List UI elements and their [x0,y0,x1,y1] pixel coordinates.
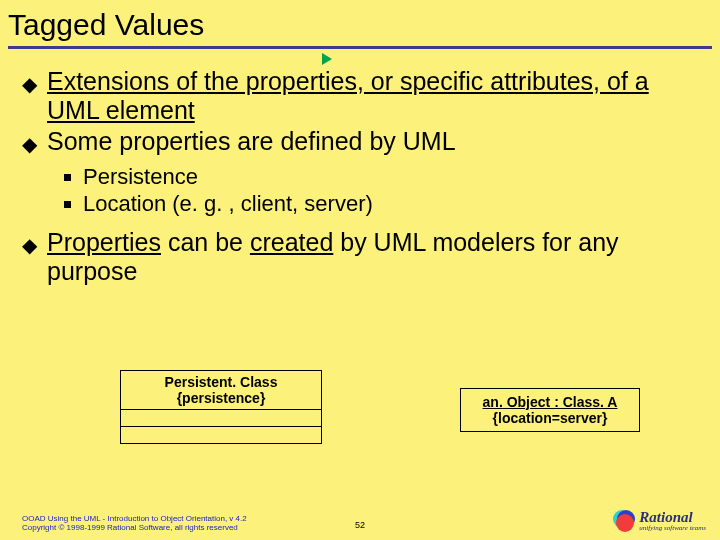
rational-logo: Rational unifying software teams [613,510,706,532]
bullet-3: ◆ Properties can be created by UML model… [22,228,698,286]
rule-arrow-icon [322,53,332,65]
footer-credit: OOAD Using the UML - Introduction to Obj… [22,514,247,532]
uml-class-attrs [121,410,321,427]
bullet-3-mid: can be [161,228,250,256]
square-marker-icon [64,201,71,208]
uml-class-header: Persistent. Class {persistence} [121,371,321,410]
uml-object-tag: {location=server} [463,410,637,426]
bullet-1-text: Extensions of the properties, or specifi… [47,67,698,125]
logo-tagline: unifying software teams [639,525,706,532]
logo-swirl-icon [613,510,635,532]
uml-class-name: Persistent. Class [123,374,319,390]
uml-object-box: an. Object : Class. A {location=server} [460,388,640,432]
page-number: 52 [355,520,365,530]
diagram-area: Persistent. Class {persistence} an. Obje… [0,370,720,480]
logo-name: Rational [639,510,706,525]
uml-class-tag: {persistence} [123,390,319,406]
bullet-3-properties: Properties [47,228,161,256]
logo-text: Rational unifying software teams [639,510,706,532]
square-marker-icon [64,174,71,181]
bullet-1: ◆ Extensions of the properties, or speci… [22,67,698,125]
sub-bullet-1-text: Persistence [83,164,198,189]
slide-title: Tagged Values [0,0,720,46]
uml-object-name: an. Object : Class. A [463,394,637,410]
title-rule [8,46,712,49]
bullet-2: ◆ Some properties are defined by UML [22,127,698,156]
uml-class-ops [121,427,321,443]
sub-bullet-2-text: Location (e. g. , client, server) [83,191,373,216]
sub-bullet-2: Location (e. g. , client, server) [64,191,698,216]
sub-bullet-1: Persistence [64,164,698,189]
bullet-3-created: created [250,228,333,256]
bullet-2-text: Some properties are defined by UML [47,127,698,156]
bullet-3-text: Properties can be created by UML modeler… [47,228,698,286]
bullet-marker-icon: ◆ [22,133,37,156]
bullet-marker-icon: ◆ [22,73,37,96]
footer-line2: Copyright © 1998-1999 Rational Software,… [22,523,247,532]
footer: OOAD Using the UML - Introduction to Obj… [0,500,720,534]
sub-bullets: Persistence Location (e. g. , client, se… [22,158,698,229]
uml-class-box: Persistent. Class {persistence} [120,370,322,444]
bullet-marker-icon: ◆ [22,234,37,257]
content-area: ◆ Extensions of the properties, or speci… [0,49,720,286]
footer-line1: OOAD Using the UML - Introduction to Obj… [22,514,247,523]
